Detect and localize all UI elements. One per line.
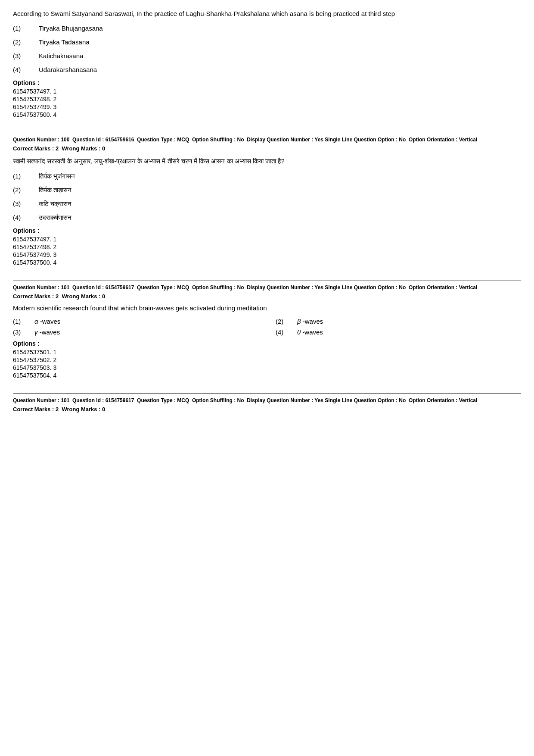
option-row-2: (2) β -waves [276,318,521,325]
opt-text: β -waves [297,318,323,325]
option-3: (3)Katichakrasana [13,51,521,61]
opt-num: (2) [13,185,26,195]
opt-num: (4) [13,65,26,75]
question-100-english: According to Swami Satyanand Saraswati, … [13,9,521,118]
question-100-hindi-text: स्वामी सत्यानंद सरस्वती के अनुसार, लघु-श… [13,155,521,167]
question-101-meta-repeat: Question Number : 101 Question Id : 6154… [13,394,521,412]
option-2: (2)तिर्यक ताड़ासन [13,185,521,195]
opt-text: Tiryaka Tadasana [39,37,90,47]
question-100-english-text: According to Swami Satyanand Saraswati, … [13,9,521,19]
opt-num: (4) [13,212,26,223]
opt-num: (1) [13,23,26,34]
question-101-english-text: Modern scientific research found that wh… [13,303,521,313]
options-label: Options : [13,227,521,234]
opt-text: उदराकर्षणासन [39,212,71,223]
option-4: (4)उदराकर्षणासन [13,212,521,223]
option-code-3: 61547537499. 3 [13,251,521,258]
option-row-4: (4) θ -waves [276,328,521,336]
option-row-3: (3) γ -waves [13,328,258,336]
option-code-2: 61547537502. 2 [13,356,521,363]
opt-text: तिर्यक भुजंगासन [39,171,75,181]
opt-num: (2) [276,318,289,325]
question-101-meta: Question Number : 101 Question Id : 6154… [13,281,521,291]
opt-text: कटि चक्रासन [39,199,71,209]
opt-num: (4) [276,328,289,336]
opt-num: (3) [13,328,26,336]
question-100-marks: Correct Marks : 2 Wrong Marks : 0 [13,145,521,152]
question-100-english-options: (1)Tiryaka Bhujangasana (2)Tiryaka Tadas… [13,23,521,75]
options-label: Options : [13,79,521,86]
option-code-4: 61547537500. 4 [13,111,521,118]
option-code-1: 61547537501. 1 [13,349,521,356]
option-code-2: 61547537498. 2 [13,96,521,103]
option-3: (3)कटि चक्रासन [13,199,521,209]
option-2: (2)Tiryaka Tadasana [13,37,521,47]
question-100-hindi: Question Number : 100 Question Id : 6154… [13,133,521,266]
opt-num: (2) [13,37,26,47]
option-code-1: 61547537497. 1 [13,88,521,95]
opt-text: θ -waves [297,328,323,336]
opt-num: (3) [13,199,26,209]
options-label: Options : [13,340,521,347]
question-101-marks: Correct Marks : 2 Wrong Marks : 0 [13,293,521,300]
option-row-1: (1) α -waves [13,318,258,325]
option-4: (4)Udarakarshanasana [13,65,521,75]
option-1: (1)Tiryaka Bhujangasana [13,23,521,34]
option-code-3: 61547537503. 3 [13,364,521,371]
opt-text: तिर्यक ताड़ासन [39,185,71,195]
opt-text: γ -waves [34,328,60,336]
option-code-1: 61547537497. 1 [13,236,521,243]
option-code-4: 61547537504. 4 [13,372,521,379]
opt-num: (1) [13,171,26,181]
opt-text: Katichakrasana [39,51,83,61]
option-code-2: 61547537498. 2 [13,244,521,250]
option-code-3: 61547537499. 3 [13,103,521,110]
question-101-marks-repeat: Correct Marks : 2 Wrong Marks : 0 [13,406,521,412]
option-1: (1)तिर्यक भुजंगासन [13,171,521,181]
opt-text: α -waves [34,318,60,325]
option-code-4: 61547537500. 4 [13,259,521,266]
opt-num: (1) [13,318,26,325]
question-100-meta: Question Number : 100 Question Id : 6154… [13,133,521,144]
question-101-english: Question Number : 101 Question Id : 6154… [13,281,521,379]
question-101-english-options: (1) α -waves (2) β -waves (3) γ -waves (… [13,318,521,336]
question-101-meta-repeat-text: Question Number : 101 Question Id : 6154… [13,394,521,404]
opt-text: Tiryaka Bhujangasana [39,23,103,34]
opt-num: (3) [13,51,26,61]
question-100-hindi-options: (1)तिर्यक भुजंगासन (2)तिर्यक ताड़ासन (3)… [13,171,521,223]
opt-text: Udarakarshanasana [39,65,97,75]
